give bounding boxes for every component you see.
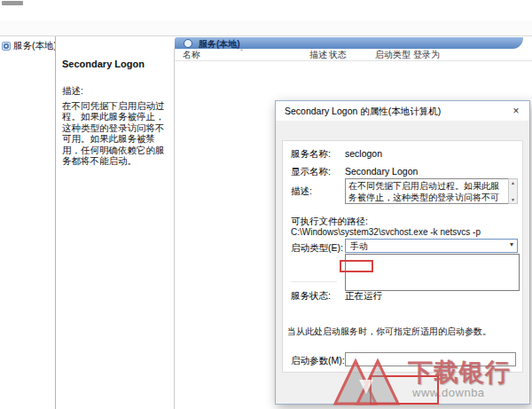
services-badge-icon [184, 39, 192, 48]
column-header-name[interactable]: 名称 [183, 49, 200, 61]
window-titlebar [0, 0, 532, 7]
startup-params-hint: 当从此处启动服务时，你可指定所适用的启动参数。 [287, 326, 513, 338]
column-header-startup-type[interactable]: 启动类型 [375, 49, 411, 61]
extended-panel: Secondary Logon 描述: 在不同凭据下启用启动过程。如果此服务被停… [56, 49, 174, 409]
dialog-title: Secondary Logon 的属性(本地计算机) [276, 101, 529, 121]
service-name-value: seclogon [345, 148, 382, 159]
tree-item-services-local[interactable]: 服务(本地) [0, 36, 55, 56]
pane-header: 服务(本地) [175, 37, 523, 49]
service-status-value: 正在运行 [345, 290, 382, 303]
scroll-up-icon[interactable]: ▲ [509, 180, 517, 185]
startup-params-input[interactable] [345, 352, 516, 366]
column-header-status[interactable]: 状态 [329, 49, 347, 61]
startup-type-combobox[interactable]: 手动 ▾ [345, 239, 518, 253]
annotation-box-auto-option [340, 260, 373, 272]
description-scrollbar[interactable]: ▲ ▼ [508, 178, 518, 204]
services-icon [2, 42, 11, 51]
service-description: 在不同凭据下启用启动过程。如果此服务被停止，这种类型的登录访问将不可用。如果此服… [62, 100, 168, 166]
path-label: 可执行文件的路径: [291, 216, 368, 228]
startup-type-value: 手动 [350, 240, 368, 253]
toolbar [0, 20, 532, 36]
tree-item-label: 服务(本地) [13, 40, 55, 52]
menu-bar [0, 7, 532, 20]
startup-params-label: 启动参数(M): [291, 355, 345, 367]
chevron-down-icon: ▾ [510, 240, 513, 248]
close-icon[interactable]: × [503, 101, 529, 121]
divider [291, 281, 337, 282]
display-name-label: 显示名称: [291, 166, 331, 178]
service-name-label: 服务名称: [291, 148, 331, 161]
scroll-down-icon[interactable]: ▼ [509, 197, 517, 202]
annotation-box-ok-button [370, 375, 439, 405]
column-header-description[interactable]: 描述 [309, 49, 327, 61]
sort-ascending-icon: ˆ [240, 48, 243, 57]
description-label: 描述: [291, 185, 312, 198]
general-tab-page: 服务名称: seclogon 显示名称: Secondary Logon 描述:… [282, 140, 523, 373]
list-header: 名称 ˆ 描述 状态 启动类型 登录为 [175, 49, 532, 61]
display-name-value: Secondary Logon [345, 166, 418, 177]
startup-type-label: 启动类型(E): [291, 242, 343, 255]
service-status-label: 服务状态: [291, 290, 331, 303]
description-heading: 描述: [62, 85, 168, 98]
column-header-logon-as[interactable]: 登录为 [413, 49, 440, 61]
window-title-fragment [2, 1, 23, 5]
description-textbox[interactable]: 在不同凭据下启用启动过程。如果此服务被停止，这种类型的登录访问将不可用。如果此服… [345, 178, 518, 204]
selected-service-title: Secondary Logon [62, 59, 168, 69]
console-tree-panel: 服务(本地) [0, 36, 56, 409]
properties-dialog: Secondary Logon 的属性(本地计算机) × 服务名称: seclo… [275, 100, 530, 405]
path-value: C:\Windows\system32\svchost.exe -k netsv… [291, 227, 481, 237]
